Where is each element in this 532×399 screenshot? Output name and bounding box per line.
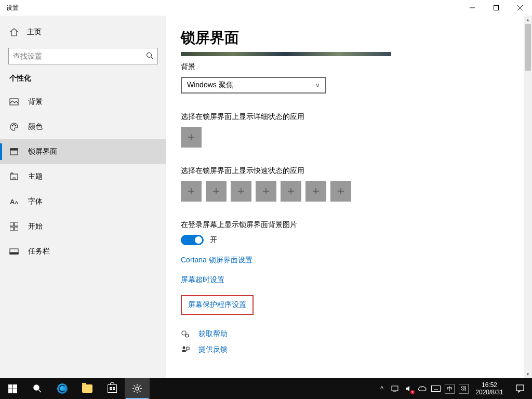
taskbar-explorer[interactable] xyxy=(75,378,100,399)
feedback-icon xyxy=(181,345,190,354)
svg-rect-13 xyxy=(10,222,14,226)
sidebar-item-fonts[interactable]: AA 字体 xyxy=(0,189,166,214)
svg-line-39 xyxy=(38,390,41,392)
sidebar-item-themes[interactable]: 主题 xyxy=(0,164,166,189)
svg-rect-11 xyxy=(10,149,18,150)
search-field[interactable] xyxy=(13,52,146,60)
background-value: Windows 聚焦 xyxy=(187,81,233,90)
tray-keyboard-icon[interactable] xyxy=(431,384,441,393)
tray-onedrive-icon[interactable] xyxy=(418,384,427,393)
sidebar-item-label: 开始 xyxy=(28,222,43,231)
svg-point-7 xyxy=(12,125,13,126)
search-icon xyxy=(146,52,153,61)
scroll-up-icon[interactable]: ▲ xyxy=(524,16,532,24)
fonts-icon: AA xyxy=(9,197,19,206)
picture-icon xyxy=(9,97,19,107)
sidebar-item-taskbar[interactable]: 任务栏 xyxy=(0,239,166,264)
sidebar-item-label: 任务栏 xyxy=(28,247,50,256)
svg-point-35 xyxy=(182,331,186,335)
add-quick-app-button[interactable] xyxy=(231,181,251,202)
notification-button[interactable] xyxy=(508,378,532,399)
add-quick-app-button[interactable] xyxy=(181,181,202,202)
sidebar-item-label: 背景 xyxy=(28,97,43,107)
feedback-label: 提供反馈 xyxy=(198,345,228,354)
svg-rect-41 xyxy=(392,386,398,391)
sidebar: 主页 个性化 背景 颜色 锁屏界面 xyxy=(0,16,166,378)
lockscreen-preview xyxy=(181,52,391,56)
svg-rect-43 xyxy=(432,386,441,392)
sidebar-item-start[interactable]: 开始 xyxy=(0,214,166,239)
lockscreen-icon xyxy=(9,147,19,156)
svg-point-38 xyxy=(34,385,39,390)
category-label: 个性化 xyxy=(0,74,166,89)
maximize-button[interactable] xyxy=(484,0,508,16)
svg-line-5 xyxy=(151,57,153,59)
start-button[interactable] xyxy=(0,378,25,399)
sidebar-item-colors[interactable]: 颜色 xyxy=(0,114,166,139)
palette-icon xyxy=(9,122,19,131)
tray-network-icon[interactable] xyxy=(391,384,400,393)
tray-ime-2[interactable]: 羽 xyxy=(459,384,469,394)
tray-ime-1[interactable]: 中 xyxy=(445,384,455,394)
svg-point-4 xyxy=(147,52,152,57)
clock-date: 2020/8/31 xyxy=(475,389,503,396)
add-quick-app-button[interactable] xyxy=(206,181,227,202)
add-quick-app-button[interactable] xyxy=(256,181,276,202)
taskbar-clock[interactable]: 16:52 2020/8/31 xyxy=(471,378,508,399)
svg-point-8 xyxy=(14,124,15,125)
scroll-down-icon[interactable]: ▼ xyxy=(524,370,532,378)
sidebar-item-background[interactable]: 背景 xyxy=(0,89,166,114)
sidebar-item-label: 锁屏界面 xyxy=(28,147,57,156)
sidebar-item-label: 主题 xyxy=(28,172,43,181)
svg-point-9 xyxy=(15,125,16,126)
page-title: 锁屏界面 xyxy=(181,28,509,48)
close-button[interactable] xyxy=(508,0,532,16)
titlebar: 设置 xyxy=(0,0,532,16)
screensaver-link[interactable]: 屏幕保护程序设置 xyxy=(181,295,254,315)
help-label: 获取帮助 xyxy=(198,329,228,339)
svg-point-36 xyxy=(185,334,189,337)
taskbar-search-button[interactable] xyxy=(25,378,50,399)
feedback-link[interactable]: 提供反馈 xyxy=(181,345,509,354)
cortana-link[interactable]: Cortana 锁屏界面设置 xyxy=(181,256,509,265)
add-quick-app-button[interactable] xyxy=(305,181,326,202)
quick-apps-label: 选择在锁屏界面上显示快速状态的应用 xyxy=(181,166,509,176)
sidebar-item-lockscreen[interactable]: 锁屏界面 xyxy=(0,139,166,164)
sidebar-item-label: 颜色 xyxy=(28,122,43,131)
window-title: 设置 xyxy=(6,4,19,12)
system-tray[interactable]: ^ x 中 羽 xyxy=(375,378,471,399)
timeout-link[interactable]: 屏幕超时设置 xyxy=(181,275,509,285)
chevron-down-icon: ∨ xyxy=(315,82,320,89)
start-icon xyxy=(9,222,19,231)
help-icon xyxy=(181,329,190,339)
minimize-button[interactable] xyxy=(460,0,484,16)
clock-time: 16:52 xyxy=(482,381,497,389)
svg-point-37 xyxy=(183,347,185,349)
show-signin-toggle[interactable] xyxy=(181,235,204,245)
svg-rect-12 xyxy=(10,174,18,180)
detail-apps-label: 选择在锁屏界面上显示详细状态的应用 xyxy=(181,112,509,122)
scrollbar[interactable]: ▲ ▼ xyxy=(524,16,532,378)
taskbar-store[interactable] xyxy=(100,378,125,399)
add-quick-app-button[interactable] xyxy=(330,181,351,202)
svg-rect-14 xyxy=(15,222,18,226)
toggle-on-label: 开 xyxy=(210,235,217,245)
content-area: 锁屏界面 背景 Windows 聚焦 ∨ 选择在锁屏界面上显示详细状态的应用 选… xyxy=(166,16,524,378)
taskbar: ^ x 中 羽 16:52 2020/8/31 xyxy=(0,378,532,399)
home-nav[interactable]: 主页 xyxy=(0,22,166,43)
add-detail-app-button[interactable] xyxy=(181,127,202,148)
themes-icon xyxy=(9,172,19,181)
background-select[interactable]: Windows 聚焦 ∨ xyxy=(181,77,326,94)
tray-volume-icon[interactable]: x xyxy=(404,384,414,393)
tray-chevron-icon[interactable]: ^ xyxy=(377,384,387,393)
search-input[interactable] xyxy=(8,48,158,64)
svg-rect-15 xyxy=(10,227,14,231)
svg-rect-1 xyxy=(494,6,499,10)
svg-rect-50 xyxy=(516,385,524,391)
home-label: 主页 xyxy=(27,28,42,37)
taskbar-settings[interactable] xyxy=(125,378,150,399)
sidebar-item-label: 字体 xyxy=(28,197,43,206)
add-quick-app-button[interactable] xyxy=(281,181,301,202)
get-help-link[interactable]: 获取帮助 xyxy=(181,329,509,339)
taskbar-edge[interactable] xyxy=(50,378,75,399)
